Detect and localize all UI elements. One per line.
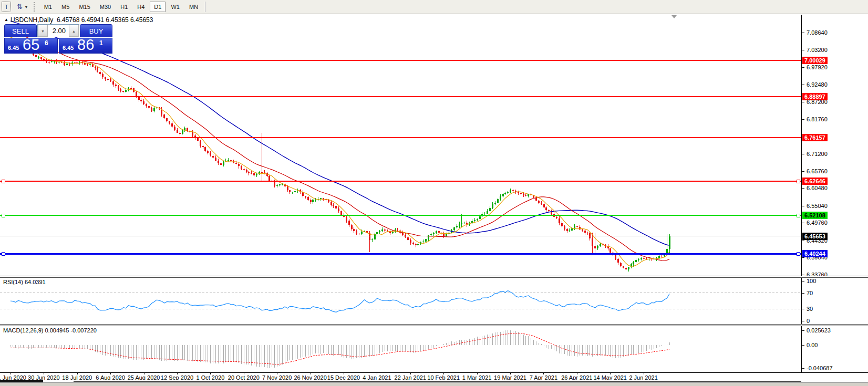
swap-arrows-icon: ⇅ [17, 2, 23, 12]
macd-pane-divider[interactable] [0, 324, 868, 326]
text-tool-button[interactable]: T [2, 2, 11, 12]
price-axis-label: 6.81760 [807, 116, 828, 122]
ma-slow-line[interactable] [11, 21, 669, 245]
line-handle[interactable] [2, 214, 5, 217]
price-axis-tick [802, 368, 804, 369]
timeframe-button-m1[interactable]: M1 [40, 2, 56, 12]
price-axis-tick [802, 321, 804, 321]
price-axis-tick [802, 293, 804, 294]
buy-price-base: 6.45 [63, 45, 74, 51]
price-axis-label: 7.03200 [807, 47, 828, 53]
collapse-triangle-icon[interactable]: ▲ [4, 17, 8, 22]
timeframe-button-m5[interactable]: M5 [57, 2, 74, 12]
price-axis-tick [802, 309, 804, 309]
price-axis-label: 0.00 [807, 342, 818, 348]
price-axis-label: 6.71200 [807, 151, 828, 157]
line-handle[interactable] [797, 180, 800, 183]
price-axis-tick [802, 241, 804, 241]
volume-input[interactable]: 2.00 [48, 25, 69, 37]
chart-area: ▲USDCNH,Daily 6.45768 6.45941 6.45365 6.… [0, 15, 868, 386]
price-axis-tick [802, 281, 804, 281]
price-axis-label: 7.08640 [807, 29, 828, 36]
price-tag[interactable]: 6.76157 [802, 134, 828, 141]
sell-price-base: 6.45 [8, 45, 19, 51]
price-axis-tick [802, 102, 804, 102]
line-handle[interactable] [2, 252, 5, 255]
price-axis-label: 100 [807, 278, 816, 284]
price-axis-label: 6.65760 [807, 168, 828, 174]
price-tag[interactable]: 6.88897 [802, 93, 828, 100]
price-axis-tick [802, 223, 804, 223]
volume-increase-icon[interactable]: ▲ [69, 25, 79, 37]
timeframe-button-m15[interactable]: M15 [75, 2, 94, 12]
price-axis-label: 0.025623 [807, 327, 831, 333]
one-click-trade-panel: SELL ▼ 2.00 ▲ BUY 6.45 65 6 6.45 86 1 [4, 24, 112, 54]
timeframe-button-h4[interactable]: H4 [133, 2, 149, 12]
price-axis-tick [802, 206, 804, 206]
price-tag[interactable]: 6.45653 [802, 233, 828, 240]
price-tag[interactable]: 6.40244 [802, 250, 828, 257]
price-axis-label: 6.92480 [807, 81, 828, 88]
price-axis-tick [802, 67, 804, 68]
buy-price-pips: 86 [77, 36, 94, 54]
price-tag[interactable]: 6.62646 [802, 178, 828, 185]
line-handle[interactable] [2, 180, 5, 183]
sell-button[interactable]: SELL [4, 24, 37, 37]
buy-button[interactable]: BUY [80, 24, 112, 37]
price-axis-tick [802, 275, 804, 275]
macd-label: MACD(12,26,9) 0.004945 -0.007220 [3, 327, 97, 333]
price-axis-tick [802, 50, 804, 50]
price-axis-tick [802, 188, 804, 189]
date-axis[interactable]: 11 Jun 202030 Jun 202018 Jul 20206 Aug 2… [0, 372, 868, 380]
line-handle[interactable] [797, 214, 800, 217]
price-axis-tick [802, 119, 804, 120]
chart-shift-marker[interactable] [671, 15, 677, 18]
rsi-pane[interactable] [0, 278, 801, 324]
timeframe-button-h1[interactable]: H1 [116, 2, 132, 12]
price-axis-label: 6.97920 [807, 64, 828, 70]
timeframe-button-m30[interactable]: M30 [96, 2, 115, 12]
sell-price-display[interactable]: 6.45 65 6 [4, 38, 58, 54]
ma-mid-line[interactable] [11, 32, 669, 260]
price-axis-label: 6.60480 [807, 185, 828, 191]
price-axis-label: 70 [807, 290, 813, 296]
macd-pane[interactable] [0, 326, 801, 372]
sell-price-point: 6 [45, 39, 48, 47]
price-axis-tick [802, 330, 804, 331]
volume-decrease-icon[interactable]: ▼ [38, 25, 48, 37]
timeframe-button-mn[interactable]: MN [185, 2, 202, 12]
price-axis-label: -0.040687 [807, 365, 833, 371]
toolbar-grip[interactable] [34, 2, 36, 12]
rsi-label: RSI(14) 64.0391 [3, 279, 46, 285]
price-axis-tick [802, 154, 804, 154]
main-price-chart[interactable] [0, 15, 801, 276]
buy-price-point: 1 [99, 39, 103, 47]
symbol-period-label: USDCNH,Daily [11, 16, 53, 24]
macd-signal-line [11, 333, 669, 364]
buy-price-display[interactable]: 6.45 86 1 [59, 38, 112, 54]
price-axis-tick [802, 33, 804, 33]
rsi-pane-divider[interactable] [0, 276, 868, 278]
scrollbar-track [74, 381, 801, 382]
timeframe-button-w1[interactable]: W1 [167, 2, 184, 12]
price-axis-tick [802, 345, 804, 346]
volume-stepper: ▼ 2.00 ▲ [37, 24, 79, 37]
chevron-down-icon[interactable]: ▼ [24, 5, 28, 9]
price-axis-tick [802, 171, 804, 172]
price-axis-label: 6.49760 [807, 220, 828, 226]
price-axis-tick [802, 257, 804, 258]
top-toolbar: T ⇅ ▼ M1M5M15M30H1H4D1W1MN [0, 0, 868, 14]
ma-fast-line[interactable] [11, 37, 669, 266]
price-axis-label: 0 [807, 318, 810, 324]
price-axis-label: 6.55040 [807, 203, 828, 209]
price-axis-tick [802, 85, 804, 85]
price-tag[interactable]: 6.52108 [802, 212, 828, 219]
sell-price-pips: 65 [23, 36, 39, 54]
cursor-tool-button[interactable]: ⇅ ▼ [16, 2, 29, 12]
macd-histogram [11, 330, 669, 368]
price-tag[interactable]: 7.00029 [802, 57, 828, 64]
timeframe-button-d1[interactable]: D1 [150, 2, 166, 12]
ohlc-readout: 6.45768 6.45941 6.45365 6.45653 [57, 16, 153, 24]
chart-title: ▲USDCNH,Daily 6.45768 6.45941 6.45365 6.… [4, 16, 153, 24]
line-handle[interactable] [797, 252, 800, 255]
